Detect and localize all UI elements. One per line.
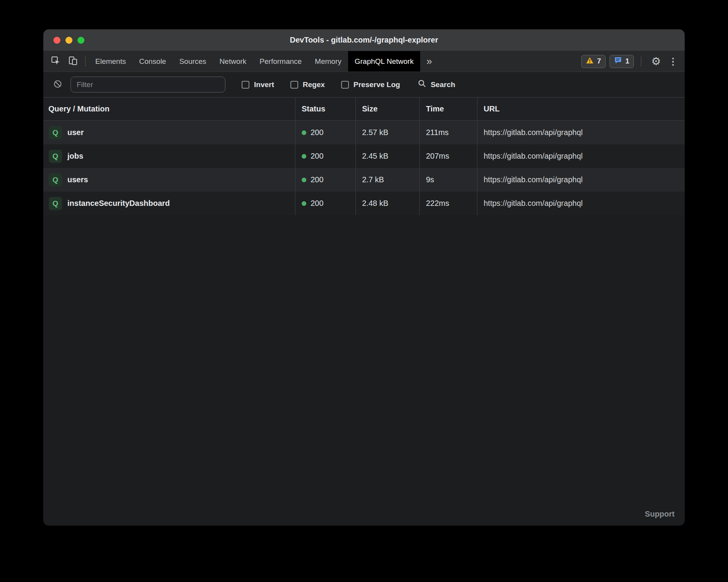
column-header-status[interactable]: Status: [295, 98, 355, 120]
zoom-window-button[interactable]: [77, 37, 84, 44]
table-row[interactable]: Q users 200 2.7 kB 9s https://gitlab.com…: [43, 168, 685, 192]
url-value: https://gitlab.com/api/graphql: [484, 152, 583, 161]
table-row[interactable]: Q jobs 200 2.45 kB 207ms https://gitlab.…: [43, 144, 685, 168]
column-header-query-mutation[interactable]: Query / Mutation: [43, 98, 295, 120]
device-toolbar-icon: [68, 56, 78, 67]
time-value: 222ms: [426, 199, 449, 208]
message-bubble-icon: [614, 56, 622, 66]
query-type-icon: Q: [49, 197, 62, 210]
more-tabs-button[interactable]: »: [420, 51, 438, 72]
window-controls: [53, 29, 84, 51]
tabbar-spacer: [438, 51, 581, 72]
status-ok-dot-icon: [302, 178, 306, 182]
query-type-icon: Q: [49, 126, 62, 139]
table-row[interactable]: Q instanceSecurityDashboard 200 2.48 kB …: [43, 192, 685, 215]
table-row[interactable]: Q user 200 2.57 kB 211ms https://gitlab.…: [43, 121, 685, 144]
query-name: instanceSecurityDashboard: [67, 199, 170, 208]
size-value: 2.7 kB: [362, 175, 384, 184]
time-cell: 222ms: [419, 192, 477, 215]
status-cell: 200: [295, 192, 355, 215]
status-code: 200: [311, 199, 323, 208]
url-cell: https://gitlab.com/api/graphql: [477, 192, 685, 215]
tab-network[interactable]: Network: [213, 51, 253, 72]
size-cell: 2.7 kB: [355, 168, 419, 192]
preserve-log-checkbox[interactable]: Preserve Log: [341, 80, 400, 89]
time-value: 9s: [426, 175, 434, 184]
url-value: https://gitlab.com/api/graphql: [484, 128, 583, 137]
regex-label: Regex: [303, 80, 325, 89]
window-title: DevTools - gitlab.com/-/graphql-explorer: [290, 36, 438, 45]
tab-graphql-network[interactable]: GraphQL Network: [348, 51, 420, 72]
settings-button[interactable]: ⚙: [648, 54, 664, 69]
checkbox-icon: [290, 81, 298, 89]
checkbox-icon: [341, 81, 349, 89]
kebab-menu-icon: ⋮: [668, 56, 678, 67]
status-code: 200: [311, 152, 323, 161]
filter-input[interactable]: [70, 77, 225, 92]
filter-toolbar: Invert Regex Preserve Log Search: [43, 72, 685, 98]
actions-divider: [641, 56, 641, 67]
tab-performance[interactable]: Performance: [253, 51, 308, 72]
search-button[interactable]: Search: [418, 79, 455, 90]
search-icon: [418, 79, 426, 90]
size-value: 2.45 kB: [362, 152, 388, 161]
url-cell: https://gitlab.com/api/graphql: [477, 121, 685, 144]
time-cell: 207ms: [419, 144, 477, 168]
status-cell: 200: [295, 121, 355, 144]
time-cell: 9s: [419, 168, 477, 192]
customize-menu-button[interactable]: ⋮: [668, 54, 678, 69]
invert-checkbox[interactable]: Invert: [242, 80, 274, 89]
tab-memory[interactable]: Memory: [308, 51, 348, 72]
url-value: https://gitlab.com/api/graphql: [484, 175, 583, 184]
close-window-button[interactable]: [53, 37, 60, 44]
block-circle-icon: [53, 79, 62, 90]
url-cell: https://gitlab.com/api/graphql: [477, 144, 685, 168]
query-name-cell: Q user: [43, 121, 295, 144]
time-value: 211ms: [426, 128, 449, 137]
inspect-element-button[interactable]: [48, 54, 64, 69]
size-cell: 2.45 kB: [355, 144, 419, 168]
clear-requests-button[interactable]: [51, 78, 64, 91]
status-cell: 200: [295, 168, 355, 192]
device-toolbar-button[interactable]: [65, 54, 81, 69]
time-cell: 211ms: [419, 121, 477, 144]
column-header-time[interactable]: Time: [419, 98, 477, 120]
requests-table: Query / Mutation Status Size Time URL Q …: [43, 98, 685, 215]
status-ok-dot-icon: [302, 130, 306, 135]
gear-icon: ⚙: [651, 55, 661, 68]
devtools-tab-bar: Elements Console Sources Network Perform…: [43, 51, 685, 72]
devtools-window: DevTools - gitlab.com/-/graphql-explorer: [43, 29, 685, 526]
query-name: user: [67, 128, 84, 137]
query-name: users: [67, 175, 88, 184]
size-value: 2.48 kB: [362, 199, 388, 208]
invert-label: Invert: [254, 80, 274, 89]
query-name-cell: Q users: [43, 168, 295, 192]
title-bar: DevTools - gitlab.com/-/graphql-explorer: [43, 29, 685, 51]
search-label: Search: [431, 80, 455, 89]
messages-badge[interactable]: 1: [610, 55, 634, 68]
column-header-size[interactable]: Size: [355, 98, 419, 120]
inspect-cursor-icon: [51, 56, 61, 67]
query-type-icon: Q: [49, 150, 62, 163]
tab-console[interactable]: Console: [132, 51, 173, 72]
support-link[interactable]: Support: [645, 510, 675, 519]
tab-elements[interactable]: Elements: [89, 51, 132, 72]
status-code: 200: [311, 128, 323, 137]
checkbox-icon: [242, 81, 249, 89]
tool-icons: [43, 51, 89, 72]
size-cell: 2.48 kB: [355, 192, 419, 215]
regex-checkbox[interactable]: Regex: [290, 80, 325, 89]
tab-sources[interactable]: Sources: [173, 51, 213, 72]
size-value: 2.57 kB: [362, 128, 388, 137]
url-value: https://gitlab.com/api/graphql: [484, 199, 583, 208]
size-cell: 2.57 kB: [355, 121, 419, 144]
query-name: jobs: [67, 152, 83, 161]
tabbar-actions: 7 1 ⚙ ⋮: [581, 51, 685, 72]
warning-triangle-icon: [586, 57, 594, 66]
minimize-window-button[interactable]: [65, 37, 72, 44]
column-header-url[interactable]: URL: [477, 98, 685, 120]
url-cell: https://gitlab.com/api/graphql: [477, 168, 685, 192]
status-cell: 200: [295, 144, 355, 168]
status-code: 200: [311, 175, 323, 184]
warnings-badge[interactable]: 7: [581, 55, 606, 68]
